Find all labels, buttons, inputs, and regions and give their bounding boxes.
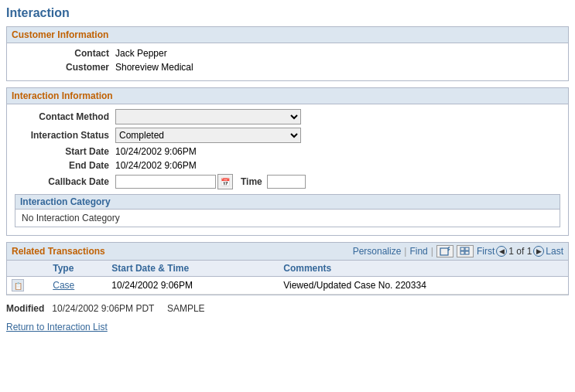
related-transactions-header: Related Transactions Personalize | Find … — [7, 243, 568, 261]
personalize-link[interactable]: Personalize — [353, 246, 402, 257]
calendar-icon-button[interactable]: 📅 — [217, 174, 233, 189]
contact-method-label: Contact Method — [15, 111, 115, 122]
start-date-value: 10/24/2002 9:06PM — [115, 146, 197, 157]
contact-method-select[interactable] — [115, 109, 301, 124]
customer-value: Shoreview Medical — [115, 62, 193, 73]
related-transactions-section: Related Transactions Personalize | Find … — [6, 242, 569, 295]
svg-rect-5 — [460, 251, 464, 254]
prev-page-button[interactable]: ◀ — [496, 246, 507, 257]
row-icon-cell: 📋 — [7, 277, 48, 295]
callback-date-row: Callback Date 📅 Time — [15, 174, 560, 189]
interaction-category-header: Interaction Category — [15, 195, 560, 210]
case-type-link[interactable]: Case — [53, 280, 74, 291]
return-link-container: Return to Interaction List — [6, 322, 569, 332]
modified-value: 10/24/2002 9:06PM PDT — [52, 303, 154, 314]
first-page-link[interactable]: First — [477, 246, 495, 257]
no-category-text: No Interaction Category — [15, 210, 560, 227]
page-title: Interaction — [6, 6, 569, 20]
col-type: Type — [48, 261, 107, 277]
contact-row: Contact Jack Pepper — [15, 48, 560, 59]
customer-info-header: Customer Information — [7, 27, 568, 43]
page-current: 1 of 1 — [508, 246, 532, 257]
footer-bar: Modified 10/24/2002 9:06PM PDT SAMPLE — [6, 302, 569, 315]
customer-label: Customer — [15, 62, 115, 73]
customer-row: Customer Shoreview Medical — [15, 62, 560, 73]
time-label: Time — [241, 176, 262, 187]
table-row: 📋 Case 10/24/2002 9:06PM Viewed/Updated … — [7, 277, 568, 295]
interaction-info-section: Interaction Information Contact Method I… — [6, 87, 569, 236]
row-type: Case — [48, 277, 107, 295]
interaction-status-select[interactable]: Completed — [115, 128, 301, 143]
row-start-datetime: 10/24/2002 9:06PM — [107, 277, 279, 295]
svg-line-1 — [448, 247, 450, 248]
contact-method-row: Contact Method — [15, 109, 560, 124]
row-comments: Viewed/Updated Case No. 220334 — [279, 277, 568, 295]
interaction-status-row: Interaction Status Completed — [15, 128, 560, 143]
end-date-row: End Date 10/24/2002 9:06PM — [15, 160, 560, 171]
modified-label: Modified — [6, 303, 44, 314]
pagination: First ◀ 1 of 1 ▶ Last — [477, 246, 563, 257]
export-icon-button[interactable] — [436, 245, 453, 257]
find-link[interactable]: Find — [409, 246, 427, 257]
related-transactions-table: Type Start Date & Time Comments 📋 Case 1… — [7, 261, 568, 295]
start-date-row: Start Date 10/24/2002 9:06PM — [15, 146, 560, 157]
callback-date-label: Callback Date — [15, 176, 115, 187]
contact-value: Jack Pepper — [115, 48, 167, 59]
interaction-category-box: Interaction Category No Interaction Cate… — [15, 194, 560, 227]
contact-label: Contact — [15, 48, 115, 59]
interaction-status-label: Interaction Status — [15, 130, 115, 141]
last-page-link[interactable]: Last — [546, 246, 563, 257]
start-date-label: Start Date — [15, 146, 115, 157]
svg-rect-4 — [465, 247, 469, 251]
time-input[interactable] — [267, 175, 306, 189]
row-icon: 📋 — [12, 279, 24, 291]
end-date-label: End Date — [15, 160, 115, 171]
grid-icon-button[interactable] — [457, 245, 474, 257]
customer-info-section: Customer Information Contact Jack Pepper… — [6, 26, 569, 81]
callback-date-input[interactable] — [115, 175, 216, 189]
related-transactions-title: Related Transactions — [12, 246, 105, 257]
sample-label: SAMPLE — [167, 303, 205, 314]
callback-controls: 📅 Time — [115, 174, 306, 189]
next-page-button[interactable]: ▶ — [533, 246, 544, 257]
col-start-datetime: Start Date & Time — [107, 261, 279, 277]
return-to-interaction-list-link[interactable]: Return to Interaction List — [6, 322, 108, 332]
col-icon — [7, 261, 48, 277]
col-comments: Comments — [279, 261, 568, 277]
interaction-info-header: Interaction Information — [7, 88, 568, 104]
svg-rect-6 — [465, 251, 469, 254]
table-header-row: Type Start Date & Time Comments — [7, 261, 568, 277]
end-date-value: 10/24/2002 9:06PM — [115, 160, 197, 171]
related-toolbar: Personalize | Find | First — [353, 245, 563, 257]
svg-rect-0 — [440, 248, 448, 255]
svg-rect-3 — [460, 247, 464, 251]
